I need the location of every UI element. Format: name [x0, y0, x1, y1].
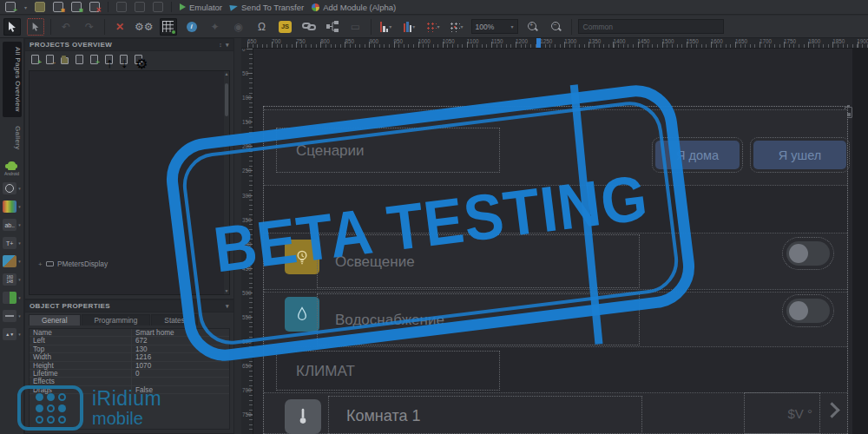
left-tool-button[interactable]: T+ ▾ — [3, 237, 21, 249]
save-all-icon[interactable]: ■ — [71, 2, 82, 12]
left-tool-button[interactable]: ▾ — [3, 201, 21, 213]
property-row[interactable]: Width 1216 — [30, 353, 229, 361]
zoom-in-button[interactable]: + — [524, 18, 542, 36]
lighting-label[interactable]: Освещение — [317, 234, 640, 288]
im-home-button[interactable]: Я дома — [655, 141, 740, 169]
scroll-up-icon[interactable]: ▲ — [224, 71, 229, 77]
property-row[interactable]: Left 672 — [30, 337, 229, 345]
properties-tab[interactable]: General — [29, 314, 81, 326]
toolbar: ↶ ↷ ✕ ⚙⚙ i ✦ ◉ Ω JS ▭ ▾ ▾ ▾ ▾ 100% ▾ + − — [0, 16, 868, 38]
property-value[interactable]: 1070 — [132, 362, 229, 369]
new-project-caret[interactable]: ▾ — [24, 4, 27, 10]
property-value[interactable]: 672 — [132, 337, 229, 344]
projects-overview-panel: PROJECTS OVERVIEW ↕ ▾ ↑ ↓ ⚙ — [24, 38, 234, 299]
save-icon[interactable]: ■ — [53, 2, 63, 12]
left-tool-button[interactable]: ▾ — [3, 255, 21, 267]
projects-overview-title: PROJECTS OVERVIEW — [30, 41, 112, 49]
property-row[interactable]: Top 130 — [30, 345, 229, 353]
property-row[interactable]: Name Smart home — [30, 329, 229, 337]
android-icon — [8, 161, 16, 170]
open-project-icon[interactable] — [35, 2, 45, 12]
logo-dots-icon — [17, 385, 83, 431]
properties-tab[interactable]: States — [151, 314, 198, 326]
design-canvas[interactable]: Квартира 1 Сценарии Я дома Я ушел Освеще… — [253, 49, 868, 434]
room-label[interactable]: Комната 1 — [328, 396, 642, 434]
room-temperature-value[interactable]: $V ° — [744, 392, 820, 434]
guides-dropdown[interactable]: ▾ — [448, 18, 465, 36]
property-value[interactable]: Smart home — [132, 329, 229, 336]
properties-tabs: General Programming States — [25, 312, 233, 326]
play-icon — [180, 3, 186, 10]
ruler-cursor-marker — [536, 38, 541, 49]
panel-collapse-icon[interactable]: ▾ — [226, 42, 229, 49]
property-row[interactable]: Lifetime 0 — [30, 370, 229, 378]
tab-all-pages-overview[interactable]: All Pages Overview — [3, 42, 22, 117]
marquee-select-tool[interactable] — [27, 18, 44, 36]
hierarchy-tool[interactable] — [324, 18, 341, 36]
thermometer-icon[interactable] — [285, 399, 321, 434]
climate-section-label[interactable]: КЛИМАТ — [276, 351, 500, 391]
settings-gears-tool[interactable]: ⚙⚙ — [135, 18, 154, 36]
align-dropdown[interactable]: ▾ — [378, 18, 395, 36]
tree-expander[interactable]: + — [38, 260, 46, 268]
water-label[interactable]: Водоснабжение — [317, 293, 640, 345]
zoom-level-select[interactable]: 100% ▾ — [471, 19, 518, 34]
close-project-icon[interactable]: ✕ — [89, 2, 100, 12]
zoom-out-button[interactable]: − — [548, 18, 565, 36]
new-project-icon[interactable]: + — [5, 2, 16, 12]
android-emulator-button[interactable]: Android — [4, 161, 19, 176]
property-value[interactable]: 0 — [132, 370, 229, 377]
link-tool[interactable] — [300, 18, 318, 36]
left-tool-button[interactable]: 160 148 ▾ — [3, 273, 21, 286]
add-module-button[interactable]: Add Module (Alpha) — [312, 3, 396, 12]
send-to-transfer-button[interactable]: Send To Transfer — [230, 3, 304, 12]
projects-toolbar-button[interactable] — [90, 55, 98, 64]
property-value[interactable]: 1216 — [132, 353, 229, 360]
common-filter-select[interactable]: Common = — [578, 19, 724, 34]
projects-toolbar-button[interactable] — [31, 55, 39, 64]
select-tool[interactable] — [3, 18, 21, 36]
lightbulb-icon[interactable] — [285, 240, 319, 274]
projects-toolbar-button[interactable] — [46, 55, 54, 64]
property-value[interactable]: 130 — [132, 345, 229, 352]
tab-gallery[interactable]: Gallery — [3, 121, 22, 155]
point-info-tool[interactable]: i — [183, 18, 201, 36]
left-tool-button[interactable]: ▾ — [3, 310, 21, 322]
grid-tool[interactable] — [160, 18, 177, 36]
left-tool-button[interactable]: ▲▼ ▾ — [3, 328, 21, 340]
snap-grid-dropdown[interactable]: ▾ — [424, 18, 442, 36]
projects-toolbar-button[interactable] — [61, 57, 69, 64]
left-tool-button[interactable]: ▾ — [3, 292, 21, 304]
delete-tool[interactable]: ✕ — [111, 18, 128, 36]
scenarios-label[interactable]: Сценарии — [276, 128, 500, 173]
logo-wordmark: iRidium mobile — [92, 389, 161, 427]
property-name: Top — [30, 345, 132, 352]
panel-scroll-icon[interactable]: ↕ — [219, 42, 222, 48]
left-tool-button[interactable]: ▾ — [3, 182, 21, 194]
tree-item[interactable]: + PMetersDisplay — [30, 71, 230, 295]
scroll-down-icon[interactable]: ▼ — [224, 288, 229, 294]
emulator-button[interactable]: Emulator — [180, 3, 222, 12]
iridium-mobile-logo: iRidium mobile — [17, 382, 200, 434]
left-tool-button[interactable]: ab.. ▾ — [3, 219, 21, 231]
tree-scrollbar[interactable]: ▲ ▼ — [224, 71, 229, 294]
scrollbar-thumb[interactable] — [225, 83, 228, 116]
property-row[interactable]: Height 1070 — [30, 362, 229, 370]
projects-toolbar-button[interactable]: ↓ — [120, 55, 128, 64]
lighting-toggle[interactable] — [786, 241, 830, 266]
iridium-editor-window: + ▾ ■ ■ ✕ Emulator Send To Transfer Add … — [0, 0, 868, 434]
panel-collapse-icon[interactable]: ▾ — [226, 303, 229, 310]
page-smart-home[interactable]: Квартира 1 Сценарии Я дома Я ушел Освеще… — [253, 49, 852, 434]
properties-tab[interactable]: Programming — [82, 314, 151, 326]
im-away-button[interactable]: Я ушел — [753, 141, 846, 169]
horizontal-ruler: 6507007508008509009501000105011001150120… — [241, 38, 868, 49]
projects-toolbar-button[interactable]: ⚙ — [135, 55, 142, 64]
water-toggle[interactable] — [786, 299, 830, 323]
script-editor-tool[interactable]: JS — [277, 18, 294, 36]
projects-toolbar-button[interactable]: ↑ — [105, 55, 113, 64]
distribute-dropdown[interactable]: ▾ — [401, 18, 418, 36]
frame-tool: ▭ — [347, 18, 365, 36]
projects-toolbar-button[interactable] — [76, 55, 83, 64]
water-drop-icon[interactable] — [285, 297, 319, 332]
omega-relations-tool[interactable]: Ω — [253, 18, 271, 36]
